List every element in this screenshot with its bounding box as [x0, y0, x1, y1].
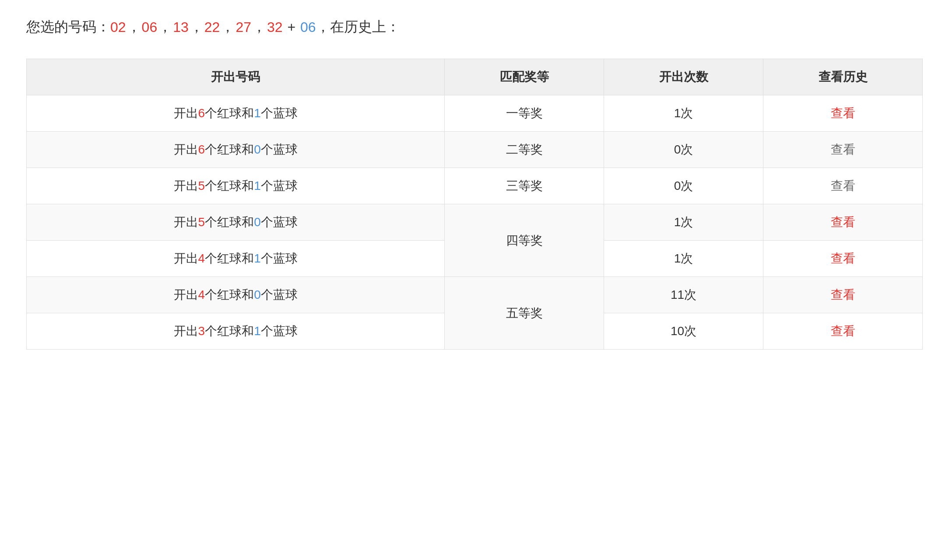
blue-count: 1: [254, 179, 261, 192]
red-count: 3: [198, 324, 205, 338]
cell-history[interactable]: 查看: [763, 277, 923, 313]
red-count: 6: [198, 106, 205, 120]
cell-count: 0次: [604, 168, 763, 204]
results-table: 开出号码 匹配奖等 开出次数 查看历史 开出6个红球和1个蓝球一等奖1次查看开出…: [26, 59, 923, 350]
col-header-history: 查看历史: [763, 59, 923, 95]
red-count: 5: [198, 215, 205, 229]
cell-numbers: 开出4个红球和0个蓝球: [27, 277, 445, 313]
cell-numbers: 开出3个红球和1个蓝球: [27, 313, 445, 350]
header-line: 您选的号码： 02 ， 06 ， 13 ， 22 ， 27 ， 32 + 06 …: [26, 18, 923, 37]
cell-numbers: 开出6个红球和1个蓝球: [27, 95, 445, 132]
header-prefix: 您选的号码：: [26, 18, 110, 37]
table-row: 开出6个红球和1个蓝球一等奖1次查看: [27, 95, 923, 132]
cell-history[interactable]: 查看: [763, 204, 923, 241]
cell-numbers: 开出5个红球和1个蓝球: [27, 168, 445, 204]
cell-numbers: 开出6个红球和0个蓝球: [27, 132, 445, 168]
red-count: 5: [198, 179, 205, 192]
cell-prize: 二等奖: [445, 132, 604, 168]
red-number-4: 22: [204, 19, 220, 35]
cell-numbers: 开出4个红球和1个蓝球: [27, 241, 445, 277]
cell-count: 10次: [604, 313, 763, 350]
cell-count: 1次: [604, 204, 763, 241]
red-number-5: 27: [235, 19, 251, 35]
cell-prize: 三等奖: [445, 168, 604, 204]
cell-prize: 四等奖: [445, 204, 604, 277]
red-count: 4: [198, 252, 205, 265]
cell-history[interactable]: 查看: [763, 95, 923, 132]
red-number-1: 02: [110, 19, 126, 35]
cell-prize: 一等奖: [445, 95, 604, 132]
red-count: 4: [198, 288, 205, 301]
cell-count: 1次: [604, 241, 763, 277]
header-suffix: ，在历史上：: [316, 18, 400, 37]
red-number-2: 06: [142, 19, 158, 35]
red-number-3: 13: [173, 19, 189, 35]
table-row: 开出5个红球和1个蓝球三等奖0次查看: [27, 168, 923, 204]
cell-history[interactable]: 查看: [763, 313, 923, 350]
cell-numbers: 开出5个红球和0个蓝球: [27, 204, 445, 241]
blue-count: 1: [254, 106, 261, 120]
blue-count: 0: [254, 143, 261, 156]
blue-count: 0: [254, 215, 261, 229]
table-header-row: 开出号码 匹配奖等 开出次数 查看历史: [27, 59, 923, 95]
col-header-numbers: 开出号码: [27, 59, 445, 95]
cell-count: 1次: [604, 95, 763, 132]
cell-count: 11次: [604, 277, 763, 313]
cell-history[interactable]: 查看: [763, 132, 923, 168]
blue-number-1: 06: [300, 19, 316, 35]
red-count: 6: [198, 143, 205, 156]
cell-count: 0次: [604, 132, 763, 168]
table-row: 开出5个红球和0个蓝球四等奖1次查看: [27, 204, 923, 241]
blue-count: 1: [254, 252, 261, 265]
blue-count: 0: [254, 288, 261, 301]
table-row: 开出6个红球和0个蓝球二等奖0次查看: [27, 132, 923, 168]
cell-prize: 五等奖: [445, 277, 604, 350]
blue-count: 1: [254, 324, 261, 338]
col-header-prize: 匹配奖等: [445, 59, 604, 95]
col-header-count: 开出次数: [604, 59, 763, 95]
cell-history[interactable]: 查看: [763, 168, 923, 204]
cell-history[interactable]: 查看: [763, 241, 923, 277]
red-number-6: 32: [267, 19, 283, 35]
table-row: 开出4个红球和0个蓝球五等奖11次查看: [27, 277, 923, 313]
